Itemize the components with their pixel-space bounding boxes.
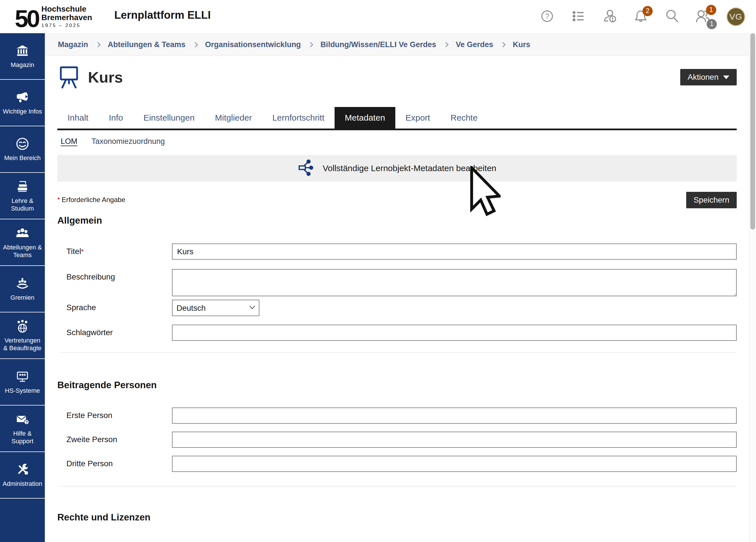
tab-export[interactable]: Export: [395, 107, 440, 129]
page-title: Kurs: [88, 68, 123, 86]
logo-50-text: 50: [15, 9, 39, 28]
caret-down-icon: [723, 75, 729, 79]
sidebar-item-hs-systeme[interactable]: *** HS-Systeme: [0, 359, 45, 406]
section-heading-rechte: Rechte und Lizenzen: [57, 512, 737, 523]
chevron-right-icon: [95, 42, 100, 47]
chevron-right-icon: [193, 42, 198, 47]
tab-inhalt[interactable]: Inhalt: [57, 107, 98, 129]
svg-text:?: ?: [545, 12, 549, 20]
banner-label: Vollständige Lernobjekt-Metadaten bearbe…: [323, 163, 496, 173]
actions-button-label: Aktionen: [688, 73, 719, 82]
scrollbar-thumb[interactable]: [750, 33, 755, 230]
subtab-lom[interactable]: LOM: [61, 137, 77, 146]
monitor-icon: ***: [14, 369, 31, 384]
bullet-list-icon: [570, 8, 586, 25]
logo-line2: Bremerhaven: [41, 13, 92, 22]
section-divider: [61, 352, 737, 352]
university-logo[interactable]: 50 Hochschule Bremerhaven 1975 – 2025: [15, 5, 92, 28]
megaphone-icon: [14, 90, 31, 105]
people-group-icon: [14, 226, 31, 241]
course-board-icon: [57, 65, 81, 89]
vertical-scrollbar[interactable]: [749, 33, 756, 542]
flyout-menu-button[interactable]: [570, 9, 586, 25]
titel-input[interactable]: [172, 243, 737, 260]
tab-info[interactable]: Info: [98, 107, 133, 129]
titel-label: Titel*: [66, 243, 172, 256]
tab-bar: Inhalt Info Einstellungen Mitglieder Ler…: [57, 107, 737, 129]
tools-icon: [14, 462, 31, 477]
mail-help-icon: ?: [14, 412, 31, 427]
logo-line1: Hochschule: [41, 5, 92, 13]
dritte-person-input[interactable]: [172, 456, 737, 472]
sidebar-label: Administration: [3, 480, 42, 488]
help-button[interactable]: ?: [539, 9, 555, 25]
sidebar-label: Abteilungen & Teams: [2, 243, 43, 259]
search-button[interactable]: [664, 9, 680, 25]
logo-text-block: Hochschule Bremerhaven 1975 – 2025: [41, 5, 92, 28]
tab-einstellungen[interactable]: Einstellungen: [133, 107, 205, 129]
sidebar-item-lehre-studium[interactable]: Lehre & Studium: [0, 173, 45, 219]
schlagwoerter-label: Schlagwörter: [66, 325, 172, 337]
sidebar-label: Hilfe & Support: [2, 430, 43, 445]
top-header: 50 Hochschule Bremerhaven 1975 – 2025 Le…: [0, 0, 756, 33]
zweite-person-input[interactable]: [172, 432, 737, 448]
sidebar-label: Wichtige Infos: [3, 108, 42, 115]
sidebar-item-gremien[interactable]: Gremien: [0, 266, 45, 312]
beschreibung-label: Beschreibung: [66, 269, 172, 281]
sidebar-item-wichtige-infos[interactable]: Wichtige Infos: [0, 80, 45, 126]
breadcrumb-item[interactable]: Organisationsentwicklung: [205, 40, 301, 49]
sidebar-label: Gremien: [11, 294, 34, 302]
sidebar-item-abteilungen-teams[interactable]: Abteilungen & Teams: [0, 219, 45, 266]
books-icon: [14, 179, 31, 194]
main-area: Magazin Abteilungen & Teams Organisation…: [45, 33, 749, 542]
tab-metadaten[interactable]: Metadaten: [335, 107, 395, 129]
logo-years: 1975 – 2025: [41, 23, 92, 28]
main-sidebar: Magazin Wichtige Infos Mein Bereich Lehr…: [0, 33, 45, 542]
tab-underline: [57, 129, 737, 130]
sidebar-label: Lehre & Studium: [2, 197, 43, 213]
section-heading-allgemein: Allgemein: [57, 215, 737, 226]
sidebar-label: Magazin: [11, 61, 34, 69]
breadcrumb-item-current[interactable]: Kurs: [513, 40, 530, 49]
metadata-tree-icon: [298, 159, 315, 178]
sidebar-item-magazin[interactable]: Magazin: [0, 33, 45, 80]
avatar[interactable]: VG: [726, 7, 745, 26]
edit-full-metadata-banner[interactable]: Vollständige Lernobjekt-Metadaten bearbe…: [57, 155, 737, 182]
tab-mitglieder[interactable]: Mitglieder: [205, 107, 262, 129]
erste-person-label: Erste Person: [66, 407, 172, 420]
search-icon: [664, 8, 680, 26]
sidebar-item-hilfe-support[interactable]: ? Hilfe & Support: [0, 406, 45, 452]
tab-lernfortschritt[interactable]: Lernfortschritt: [262, 107, 335, 129]
chevron-right-icon: [500, 42, 505, 47]
breadcrumb-item[interactable]: Ve Gerdes: [456, 40, 493, 49]
section-divider: [61, 486, 737, 486]
chevron-right-icon: [443, 42, 448, 47]
breadcrumb-item[interactable]: Bildung/Wissen/ELLI Ve Gerdes: [320, 40, 436, 49]
contacts-button[interactable]: 1 1: [695, 9, 711, 25]
erste-person-input[interactable]: [172, 407, 737, 424]
notifications-button[interactable]: 2: [633, 9, 649, 25]
chevron-right-icon: [308, 42, 313, 47]
awareness-button[interactable]: [602, 9, 618, 25]
breadcrumb-item[interactable]: Magazin: [58, 40, 88, 49]
actions-button[interactable]: Aktionen: [680, 69, 737, 85]
globe-people-icon: [14, 319, 31, 334]
subtab-bar: LOM Taxonomiezuordnung: [57, 137, 737, 146]
sidebar-item-administration[interactable]: Administration: [0, 452, 45, 499]
sidebar-label: Vertretungen & Beauftragte: [2, 337, 43, 352]
sidebar-item-vertretungen-beauftragte[interactable]: Vertretungen & Beauftragte: [0, 312, 45, 359]
breadcrumb: Magazin Abteilungen & Teams Organisation…: [45, 33, 749, 56]
beschreibung-textarea[interactable]: [172, 269, 737, 296]
notification-badge: 2: [642, 6, 653, 16]
required-note: *Erforderliche Angabe: [57, 192, 125, 204]
breadcrumb-item[interactable]: Abteilungen & Teams: [108, 40, 186, 49]
save-button[interactable]: Speichern: [686, 192, 737, 208]
contacts-total-badge: 1: [707, 19, 717, 29]
sidebar-item-mein-bereich[interactable]: Mein Bereich: [0, 126, 45, 173]
sprache-select[interactable]: Deutsch: [172, 300, 259, 316]
tab-rechte[interactable]: Rechte: [440, 107, 488, 129]
schlagwoerter-input[interactable]: [172, 325, 737, 341]
contacts-new-badge: 1: [706, 5, 716, 15]
section-heading-beitragende: Beitragende Personen: [57, 380, 737, 390]
subtab-taxonomiezuordnung[interactable]: Taxonomiezuordnung: [92, 137, 165, 146]
